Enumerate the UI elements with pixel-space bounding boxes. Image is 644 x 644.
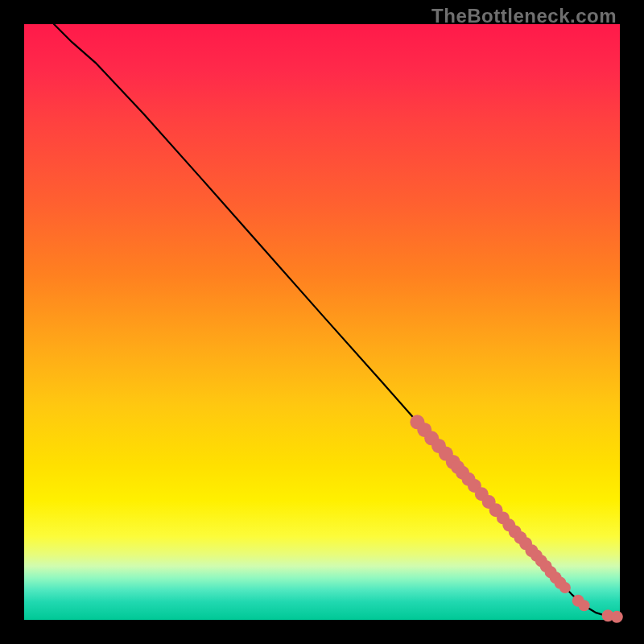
plot-area (24, 24, 620, 620)
cluster-point (559, 582, 571, 593)
chart-overlay (24, 24, 620, 620)
performance-curve (54, 24, 620, 617)
cluster-point (579, 600, 590, 611)
chart-container: TheBottleneck.com (0, 0, 644, 644)
cluster-points (410, 415, 622, 622)
cluster-point (611, 611, 623, 623)
